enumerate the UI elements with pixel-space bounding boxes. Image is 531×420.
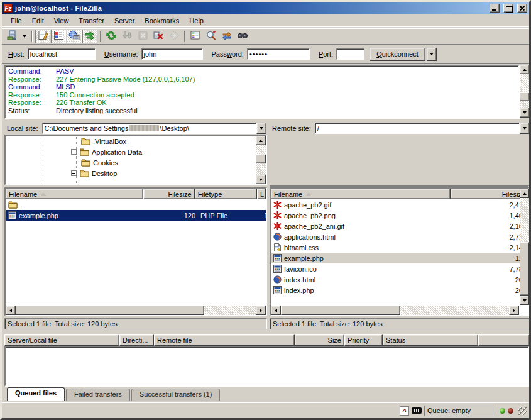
- tab-failed-transfers[interactable]: Failed transfers: [66, 389, 130, 401]
- maximize-button[interactable]: [503, 4, 513, 13]
- toolbar-disconnect-button[interactable]: [151, 30, 166, 43]
- filename-cell: ..: [6, 199, 146, 210]
- file-row[interactable]: index.php267: [271, 285, 528, 296]
- remote-site-combo[interactable]: /: [315, 123, 520, 134]
- remote-hscroll-left[interactable]: [271, 306, 281, 315]
- toolbar-process-queue-button[interactable]: [119, 30, 134, 43]
- remote-hscroll-thumb[interactable]: [281, 306, 400, 315]
- local-hscroll-thumb[interactable]: [16, 306, 204, 315]
- data-type-icon[interactable]: A: [400, 406, 409, 416]
- local-site-combo[interactable]: C:\Documents and Settings\Desktop\: [42, 123, 256, 134]
- file-row[interactable]: apache_pb2.gif2,414: [271, 199, 528, 210]
- file-row[interactable]: favicon.ico7,782: [271, 263, 528, 274]
- sort-ascending-icon: [306, 192, 311, 196]
- filename-cell: example.php: [6, 210, 146, 221]
- quickconnect-dropdown[interactable]: [427, 48, 437, 61]
- log-scroll-track[interactable]: [520, 74, 530, 108]
- remote-column-header-filename[interactable]: Filename: [271, 189, 451, 199]
- remote-vscroll-up[interactable]: [520, 189, 529, 198]
- toolbar-find-files-button[interactable]: [235, 30, 250, 43]
- file-name: bitnami.css: [284, 244, 319, 251]
- local-column-header-filetype[interactable]: Filetype: [195, 189, 257, 199]
- sort-ascending-icon: [41, 192, 46, 196]
- log-scroll-thumb[interactable]: [520, 92, 530, 101]
- queue-column-header-status[interactable]: Status: [383, 334, 478, 346]
- local-column-header-l[interactable]: L: [257, 189, 266, 199]
- log-scroll-up[interactable]: [520, 65, 530, 74]
- toolbar-toggle-transfer-queue-button[interactable]: [82, 30, 97, 43]
- file-row[interactable]: example.php120PHP File1: [6, 210, 266, 221]
- menu-item-edit[interactable]: Edit: [27, 16, 49, 26]
- quickconnect-button[interactable]: Quickconnect: [370, 48, 425, 61]
- file-row[interactable]: apache_pb2_ani.gif2,160: [271, 221, 528, 231]
- menu-item-transfer[interactable]: Transfer: [74, 16, 109, 26]
- toolbar-reconnect-button[interactable]: [167, 30, 182, 43]
- log-line-text: 226 Transfer OK: [56, 99, 107, 107]
- tree-item[interactable]: Application Data: [6, 146, 266, 157]
- tree-item[interactable]: Cookies: [6, 157, 266, 168]
- remote-vscroll-track[interactable]: [520, 198, 529, 242]
- remote-hscroll-right[interactable]: [509, 306, 519, 315]
- password-field[interactable]: ••••••: [247, 48, 310, 60]
- expand-icon[interactable]: [71, 149, 77, 155]
- toolbar-toggle-remote-tree-button[interactable]: [67, 30, 82, 43]
- local-site-combo-arrow[interactable]: [256, 123, 266, 134]
- local-hscroll-left[interactable]: [6, 306, 16, 315]
- menu-item-view[interactable]: View: [49, 16, 74, 26]
- resize-grip[interactable]: [518, 407, 527, 415]
- file-row[interactable]: example.php120: [271, 253, 528, 263]
- speed-limit-icon[interactable]: [412, 407, 422, 414]
- minimize-button[interactable]: [490, 4, 500, 13]
- toolbar-toggle-message-log-button[interactable]: [35, 30, 50, 43]
- tree-item[interactable]: Desktop: [6, 168, 266, 179]
- remote-site-combo-arrow[interactable]: [520, 123, 530, 134]
- file-row[interactable]: applications.html2,713: [271, 231, 528, 242]
- file-row[interactable]: apache_pb2.png1,463: [271, 210, 528, 221]
- local-hscroll-track[interactable]: [204, 306, 256, 315]
- file-name: index.html: [284, 276, 315, 284]
- toolbar-compare-directories-button[interactable]: [204, 30, 219, 43]
- menu-item-bookmarks[interactable]: Bookmarks: [140, 16, 184, 26]
- host-field[interactable]: localhost: [28, 48, 96, 60]
- tab-queued-files[interactable]: Queued files: [7, 387, 65, 401]
- menu-item-server[interactable]: Server: [109, 16, 140, 26]
- queue-column-header-remote-file[interactable]: Remote file: [154, 334, 295, 346]
- toolbar-synchronized-browsing-button[interactable]: [219, 30, 234, 43]
- menu-item-file[interactable]: File: [6, 16, 27, 26]
- collapse-icon[interactable]: [71, 170, 77, 176]
- file-row[interactable]: index.html202: [271, 274, 528, 285]
- local-column-header-filename[interactable]: Filename: [6, 189, 143, 199]
- toolbar-toggle-local-tree-button[interactable]: [51, 30, 66, 43]
- queue-column-header-priority[interactable]: Priority: [344, 334, 383, 346]
- php-file-icon: [8, 211, 16, 219]
- toolbar-directory-listing-filters-button[interactable]: [188, 30, 203, 43]
- queue-column-header-directi---[interactable]: Directi...: [119, 334, 154, 346]
- queue-column-header-server-local-file[interactable]: Server/Local file: [4, 334, 119, 346]
- firefox-file-icon: [273, 275, 282, 284]
- toolbar-site-manager-button[interactable]: [4, 30, 19, 43]
- tab-successful-transfers--1-[interactable]: Successful transfers (1): [131, 389, 221, 401]
- menu-item-help[interactable]: Help: [184, 16, 209, 26]
- password-label: Password:: [212, 50, 244, 58]
- close-button[interactable]: [517, 4, 527, 13]
- toolbar-refresh-button[interactable]: [104, 30, 119, 43]
- remote-vscroll-down[interactable]: [520, 296, 529, 305]
- tree-item[interactable]: .VirtualBox: [6, 136, 266, 146]
- file-row[interactable]: ..: [6, 199, 266, 210]
- local-tree-scroll-thumb[interactable]: [256, 155, 266, 163]
- local-column-header-filesize[interactable]: Filesize: [143, 189, 195, 199]
- local-tree-scroll-up[interactable]: [256, 136, 266, 145]
- remote-column-header-filesize[interactable]: Filesize: [451, 189, 528, 199]
- file-row[interactable]: bitnami.css2,142: [271, 242, 528, 253]
- remote-vscroll-thumb[interactable]: [520, 242, 529, 296]
- remote-hscroll-track[interactable]: [400, 306, 509, 315]
- local-hscroll-right[interactable]: [256, 306, 266, 315]
- filename-cell: index.php: [271, 285, 451, 296]
- port-field[interactable]: [336, 48, 364, 60]
- local-tree-scroll-down[interactable]: [256, 175, 266, 184]
- username-field[interactable]: john: [141, 48, 203, 60]
- toolbar-site-manager-dropdown-button[interactable]: [20, 30, 29, 43]
- log-scroll-down[interactable]: [520, 108, 530, 118]
- toolbar-cancel-operation-button[interactable]: [135, 30, 150, 43]
- queue-column-header-size[interactable]: Size: [295, 334, 344, 346]
